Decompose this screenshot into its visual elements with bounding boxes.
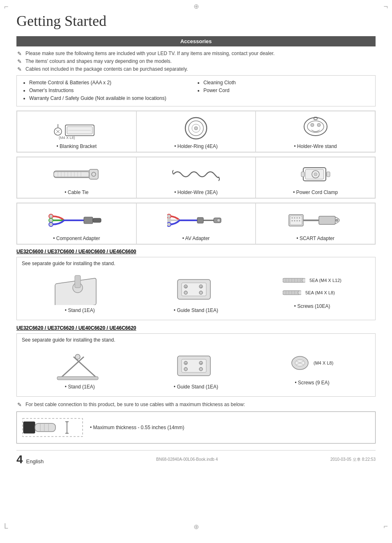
stand-1-image — [51, 272, 108, 305]
screw-label-1: 5EA (M4 X L12) — [309, 278, 341, 283]
svg-point-53 — [291, 220, 293, 221]
svg-point-59 — [336, 219, 338, 222]
screw-row-2: 5EA (M4 X L8) — [283, 288, 335, 297]
bullet-col-2: Cleaning Cloth Power Cord — [196, 79, 370, 103]
bullet-col-1: Remote Control & Batteries (AAA x 2) Own… — [22, 79, 196, 103]
svg-point-68 — [199, 291, 203, 294]
holder-wire-stand-image — [259, 116, 371, 141]
screw-row-1: 5EA (M4 X L12) — [283, 276, 341, 285]
bullet-item-1: Remote Control & Batteries (AAA x 2) — [29, 79, 196, 87]
svg-point-39 — [49, 222, 53, 226]
page-number-block: 4 English — [16, 453, 44, 466]
power-cord-clamp-image — [259, 162, 371, 187]
svg-text:+: + — [200, 285, 202, 289]
screw-info-2: (M4 X L8) — [291, 352, 333, 374]
svg-rect-79 — [283, 291, 300, 295]
svg-rect-18 — [54, 172, 89, 177]
svg-rect-40 — [197, 217, 203, 223]
svg-rect-103 — [35, 423, 55, 432]
cable-note-outer: For best cable connection to this produc… — [16, 402, 376, 444]
date-info: 2010-03-05 오후 8:22:53 — [330, 457, 376, 462]
svg-point-67 — [184, 291, 187, 294]
svg-rect-27 — [89, 169, 98, 179]
screws-cell-2: (M4 X L8) Screws (9 EA) — [254, 346, 370, 392]
accessories-header: Accessories — [16, 36, 376, 46]
stand-note-1: See separate guide for installing the st… — [22, 261, 370, 266]
model-section-2: UE32C6620 / UE37C6620 / UE40C6620 / UE46… — [16, 325, 376, 397]
holder-ring-image — [140, 116, 252, 141]
item-holder-wire: Holder-Wire (3EA) — [136, 157, 256, 198]
file-info: BN68-02840A-00L06-Book.indb 4 — [156, 457, 218, 462]
stand-2-image — [51, 349, 108, 381]
svg-point-32 — [314, 173, 317, 176]
model-title-1: UE32C6600 / UE37C6600 / UE40C6600 / UE46… — [16, 249, 376, 254]
bullet-item-3: Warranty Card / Safety Guide (Not availa… — [29, 95, 196, 102]
svg-point-37 — [49, 214, 53, 218]
svg-point-46 — [167, 222, 171, 226]
svg-point-49 — [291, 217, 293, 218]
svg-point-11 — [194, 127, 198, 130]
page-footer: 4 English BN68-02840A-00L06-Book.indb 4 … — [16, 450, 376, 466]
blanking-bracket-image: (M4 X L8) — [21, 116, 133, 141]
svg-point-14 — [311, 123, 314, 127]
svg-rect-33 — [301, 172, 304, 177]
corner-mark-bl: L — [4, 522, 8, 531]
item-scart-adapter: SCART Adapter — [256, 203, 375, 244]
holder-wire-image — [140, 162, 252, 187]
corner-mark-br: ⌐ — [383, 522, 388, 531]
guide-stand-2-label: Guide Stand (1EA) — [174, 384, 218, 390]
cable-connection-note: For best cable connection to this produc… — [16, 402, 376, 407]
stand-note-2: See separate guide for installing the st… — [22, 337, 370, 343]
holder-ring-label: Holder-Ring (4EA) — [174, 143, 218, 149]
svg-rect-87 — [57, 377, 98, 380]
guide-stand-cell-1: + + Guide Stand (1EA) — [138, 270, 254, 316]
model-section-1: UE32C6600 / UE37C6600 / UE40C6600 / UE46… — [16, 249, 376, 320]
screw-row-3: (M4 X L8) — [291, 355, 333, 371]
svg-rect-62 — [75, 275, 81, 288]
scart-adapter-label: SCART Adapter — [296, 236, 334, 241]
stand-cell-2: Stand (1EA) — [22, 346, 138, 392]
av-adapter-label: AV Adapter — [182, 236, 210, 241]
cable-diagram — [22, 415, 83, 440]
stand-grid-1: Stand (1EA) + + — [22, 270, 370, 316]
screw-label-2: 5EA (M4 X L8) — [305, 290, 335, 295]
note-2: The items' colours and shapes may vary d… — [16, 58, 376, 64]
bullet-item-4: Cleaning Cloth — [203, 79, 370, 87]
stand-box-1: See separate guide for installing the st… — [16, 257, 376, 320]
guide-stand-1-label: Guide Stand (1EA) — [174, 307, 218, 313]
svg-point-13 — [307, 121, 324, 132]
page-language: English — [26, 458, 44, 464]
svg-rect-35 — [84, 217, 93, 224]
svg-rect-34 — [327, 172, 330, 177]
svg-point-43 — [217, 219, 220, 222]
stand-cell-1: Stand (1EA) — [22, 270, 138, 316]
svg-point-56 — [299, 220, 300, 221]
stand-1-label: Stand (1EA) — [65, 307, 95, 313]
item-power-cord-clamp: Power Cord Clamp — [256, 157, 375, 198]
svg-point-55 — [296, 220, 297, 221]
corner-mark-tl: ⌐ — [4, 2, 9, 11]
svg-text:+: + — [185, 285, 187, 289]
screws-2-label: Screws (9 EA) — [295, 380, 330, 386]
svg-point-50 — [294, 217, 295, 218]
screws-cell-1: 5EA (M4 X L12) 5EA (M4 X L8) — [254, 270, 370, 316]
included-items-list: Remote Control & Batteries (AAA x 2) Own… — [16, 75, 376, 106]
svg-point-88 — [75, 354, 80, 359]
accessories-grid-row1: (M4 X L8) Blanking Bracket Holder-Ring (… — [16, 111, 376, 153]
item-holder-ring: Holder-Ring (4EA) — [136, 111, 256, 152]
svg-point-15 — [317, 123, 321, 127]
guide-stand-1-image: + + — [167, 272, 225, 305]
screws-1-image: 5EA (M4 X L12) 5EA (M4 X L8) — [283, 272, 341, 301]
footer-right-info: 2010-03-05 오후 8:22:53 — [330, 457, 376, 462]
svg-point-51 — [296, 217, 297, 218]
guide-stand-cell-2: + + Guide Stand (1EA) — [138, 346, 254, 392]
corner-mark-tr: ¬ — [383, 2, 388, 11]
svg-text:+: + — [200, 362, 202, 365]
av-adapter-image — [140, 208, 252, 233]
cable-section: Maximum thickness - 0.55 inches (14mm) — [16, 411, 376, 444]
bullet-item-2: Owner's Instructions — [29, 87, 196, 95]
svg-point-38 — [49, 218, 53, 222]
holder-wire-label: Holder-Wire (3EA) — [174, 189, 218, 195]
footer-left-info: BN68-02840A-00L06-Book.indb 4 — [156, 457, 218, 462]
screw-info-1: 5EA (M4 X L12) 5EA (M4 X L8) — [283, 273, 341, 300]
